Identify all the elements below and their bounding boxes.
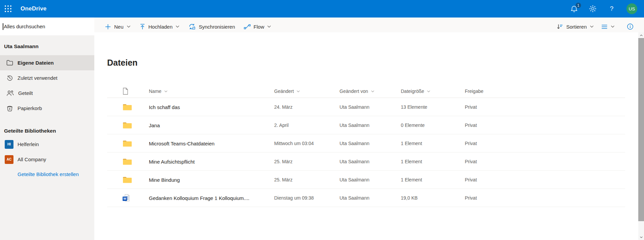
table-row[interactable]: Mine Bindung 25. März Uta Saalmann 1 Ele… [107, 171, 625, 189]
new-button-label: Neu [114, 24, 124, 30]
file-modified: 25. März [274, 177, 292, 182]
table-row[interactable]: W Gedanken Kolloquium Frage 1 Kolloquium… [107, 189, 625, 207]
chevron-down-icon [590, 25, 594, 28]
library-label: Helferlein [18, 141, 39, 147]
files-table: Name Geändert Geändert von Dateigröße Fr… [107, 85, 625, 207]
scrollbar-thumb[interactable] [638, 38, 644, 221]
sidebar-library-all-company[interactable]: AC All Company [0, 152, 94, 167]
sidebar-item-label: Zuletzt verwendet [18, 75, 57, 81]
chevron-down-icon [267, 25, 271, 28]
column-label: Name [149, 89, 161, 94]
table-row[interactable]: Jana 2. April Uta Saalmann 0 Elemente Pr… [107, 116, 625, 134]
folder-icon [123, 140, 132, 147]
sidebar-item-geteilt[interactable]: Geteilt [0, 85, 94, 101]
view-options-button[interactable] [599, 24, 617, 29]
folder-icon [123, 122, 132, 129]
file-sharing: Privat [465, 177, 477, 182]
table-header-row: Name Geändert Geändert von Dateigröße Fr… [107, 85, 625, 98]
file-name[interactable]: Mine Bindung [149, 177, 180, 182]
settings-button[interactable] [589, 5, 597, 13]
file-type-column-icon [123, 88, 128, 95]
file-modified: 24. März [274, 104, 292, 110]
notification-count-badge: 1 [576, 3, 581, 8]
library-badge: HI [5, 140, 13, 149]
sort-button[interactable]: Sortieren [554, 24, 596, 30]
file-modified-by: Uta Saalmann [340, 177, 369, 182]
sidebar-item-label: Papierkorb [18, 105, 42, 111]
column-header-size[interactable]: Dateigröße [401, 89, 430, 94]
account-avatar[interactable]: US [626, 3, 637, 14]
help-button[interactable]: ? [608, 5, 616, 13]
left-navigation: Uta Saalmann Eigene Dateien Zuletzt verw… [0, 35, 94, 240]
search-placeholder: Alles durchsuchen [4, 24, 45, 29]
file-modified-by: Uta Saalmann [340, 141, 369, 146]
page-title: Dateien [107, 58, 137, 68]
sidebar-item-zuletzt-verwendet[interactable]: Zuletzt verwendet [0, 70, 94, 85]
word-document-icon: W [123, 194, 131, 202]
column-label: Dateigröße [401, 89, 424, 94]
chevron-down-icon [427, 90, 430, 93]
file-name[interactable]: Gedanken Kolloquium Frage 1 Kolloquium..… [149, 195, 250, 201]
scroll-down-arrow[interactable] [638, 234, 644, 240]
folder-icon [123, 158, 132, 165]
file-modified: 25. März [274, 159, 292, 164]
recycle-bin-icon [6, 105, 13, 112]
chevron-down-icon [164, 90, 168, 93]
file-sharing: Privat [465, 159, 477, 164]
library-label: All Company [18, 157, 46, 162]
file-modified: Mittwoch um 03:04 [274, 141, 314, 146]
upload-button[interactable]: Hochladen [136, 24, 184, 30]
library-badge: AC [5, 155, 13, 164]
chevron-down-icon [296, 90, 300, 93]
flow-icon [244, 24, 251, 29]
file-size: 1 Element [401, 141, 422, 146]
app-launcher-waffle-icon[interactable] [0, 0, 16, 18]
column-header-sharing[interactable]: Freigabe [465, 89, 483, 94]
info-icon [627, 23, 634, 30]
table-row[interactable]: Mine Aufsichtspflicht 25. März Uta Saalm… [107, 152, 625, 171]
sidebar-item-papierkorb[interactable]: Papierkorb [0, 101, 94, 116]
flow-button-label: Flow [254, 24, 264, 30]
sync-button[interactable]: Synchronisieren [185, 23, 239, 30]
table-row[interactable]: Microsoft Teams-Chatdateien Mittwoch um … [107, 134, 625, 152]
onedrive-brand[interactable]: OneDrive [21, 5, 46, 12]
column-header-modified-by[interactable]: Geändert von [340, 89, 375, 94]
file-name[interactable]: Jana [149, 122, 160, 128]
file-sharing: Privat [465, 195, 477, 201]
sidebar-library-helferlein[interactable]: HI Helferlein [0, 137, 94, 152]
file-name[interactable]: Microsoft Teams-Chatdateien [149, 140, 215, 146]
chevron-down-icon [371, 90, 375, 93]
column-header-modified[interactable]: Geändert [274, 89, 300, 94]
details-pane-button[interactable] [624, 23, 636, 30]
sidebar-item-eigene-dateien[interactable]: Eigene Dateien [0, 55, 94, 70]
sidebar-item-label: Eigene Dateien [18, 60, 54, 66]
scroll-up-arrow[interactable] [638, 32, 644, 38]
folder-icon [123, 103, 132, 111]
file-modified: Dienstag um 09:38 [274, 195, 314, 201]
sidebar-item-label: Geteilt [18, 90, 33, 96]
file-modified: 2. April [274, 123, 289, 128]
sort-icon [556, 24, 563, 30]
command-bar-right: Sortieren [554, 23, 644, 30]
waffle-icon [4, 5, 12, 12]
file-name[interactable]: Ich schaff das [149, 104, 180, 110]
file-size: 0 Elemente [401, 123, 425, 128]
chevron-down-icon [640, 236, 643, 238]
table-row[interactable]: Ich schaff das 24. März Uta Saalmann 13 … [107, 98, 625, 116]
create-shared-library-link[interactable]: Geteilte Bibliothek erstellen [0, 167, 94, 177]
new-button[interactable]: Neu [101, 24, 134, 30]
file-name[interactable]: Mine Aufsichtspflicht [149, 159, 195, 164]
column-header-name[interactable]: Name [149, 89, 168, 94]
flow-button[interactable]: Flow [240, 24, 275, 30]
suite-header-bar: OneDrive 1 ? US [0, 0, 644, 18]
gear-icon [589, 5, 597, 12]
notifications-button[interactable]: 1 [570, 5, 578, 13]
search-input[interactable]: Alles durchsuchen [0, 18, 94, 35]
help-icon: ? [610, 5, 614, 12]
word-logo-letter: W [123, 197, 127, 201]
vertical-scrollbar[interactable] [638, 32, 644, 240]
chevron-down-icon [611, 25, 615, 28]
appbar-actions: 1 ? US [570, 3, 644, 14]
file-modified-by: Uta Saalmann [340, 159, 369, 164]
folder-icon [123, 176, 132, 183]
